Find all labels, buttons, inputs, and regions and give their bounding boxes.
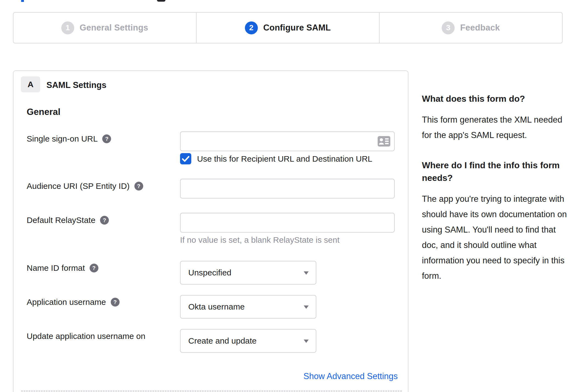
step-number-badge: 1 [61,21,74,34]
panel-title: SAML Settings [46,80,106,90]
audience-uri-label: Audience URI (SP Entity ID) ? [27,181,143,191]
step-label: Configure SAML [263,23,331,33]
name-id-format-value: Unspecified [188,268,231,277]
application-username-select[interactable]: Okta username [180,295,316,319]
step-general-settings[interactable]: 1 General Settings [13,13,196,43]
step-feedback[interactable]: 3 Feedback [379,13,562,43]
application-username-label: Application username ? [27,297,120,307]
update-application-username-value: Create and update [188,336,257,346]
sso-url-help-icon[interactable]: ? [102,134,111,143]
default-relaystate-help-icon[interactable]: ? [100,216,109,225]
cutoff-blue-fragment [21,0,24,2]
sidebar-body-where: The app you're trying to integrate with … [422,191,572,284]
saml-settings-panel: A SAML Settings General Single sign-on U… [13,70,408,392]
caret-down-icon [304,339,309,343]
update-application-username-label: Update application username on [27,332,145,341]
default-relaystate-input[interactable] [180,213,395,233]
audience-uri-input[interactable] [180,179,395,198]
section-a-badge: A [21,76,40,92]
caret-down-icon [304,271,309,275]
default-relaystate-label-text: Default RelayState [27,216,95,225]
update-application-username-select[interactable]: Create and update [180,329,316,353]
section-dashed-divider [21,391,402,391]
recipient-url-checkbox-row: Use this for Recipient URL and Destinati… [180,153,372,164]
use-for-recipient-checkbox-label: Use this for Recipient URL and Destinati… [197,154,372,164]
name-id-format-select[interactable]: Unspecified [180,261,316,285]
audience-uri-help-icon[interactable]: ? [134,182,143,191]
step-number-badge: 3 [442,21,455,34]
application-username-label-text: Application username [27,297,106,307]
help-sidebar: What does this form do? This form genera… [422,92,572,300]
sso-url-input-wrap [180,131,395,151]
sidebar-heading-where: Where do I find the info this form needs… [422,159,572,184]
step-number-badge: 2 [245,21,258,34]
relaystate-hint-text: If no value is set, a blank RelayState i… [180,235,339,245]
show-advanced-settings-link[interactable]: Show Advanced Settings [303,371,398,381]
use-for-recipient-checkbox[interactable] [180,153,191,164]
general-section-heading: General [27,107,60,117]
application-username-help-icon[interactable]: ? [111,298,120,307]
sso-url-input[interactable] [180,131,395,151]
name-id-format-help-icon[interactable]: ? [90,264,98,272]
sso-url-label: Single sign-on URL ? [27,134,111,143]
cutoff-dark-fragment [157,0,165,2]
setup-wizard-stepper: 1 General Settings 2 Configure SAML 3 Fe… [13,12,563,43]
contact-card-icon[interactable] [378,136,390,147]
step-configure-saml[interactable]: 2 Configure SAML [196,13,379,43]
name-id-format-label-text: Name ID format [27,263,85,273]
step-label: Feedback [460,23,500,33]
sidebar-body-what: This form generates the XML needed for t… [422,112,572,143]
name-id-format-label: Name ID format ? [27,263,98,273]
sidebar-heading-what: What does this form do? [422,92,572,105]
default-relaystate-label: Default RelayState ? [27,216,109,225]
application-username-value: Okta username [188,302,245,311]
step-label: General Settings [80,23,148,33]
update-application-username-label-text: Update application username on [27,332,145,341]
caret-down-icon [304,305,309,309]
sso-url-label-text: Single sign-on URL [27,134,98,143]
audience-uri-label-text: Audience URI (SP Entity ID) [27,181,130,191]
